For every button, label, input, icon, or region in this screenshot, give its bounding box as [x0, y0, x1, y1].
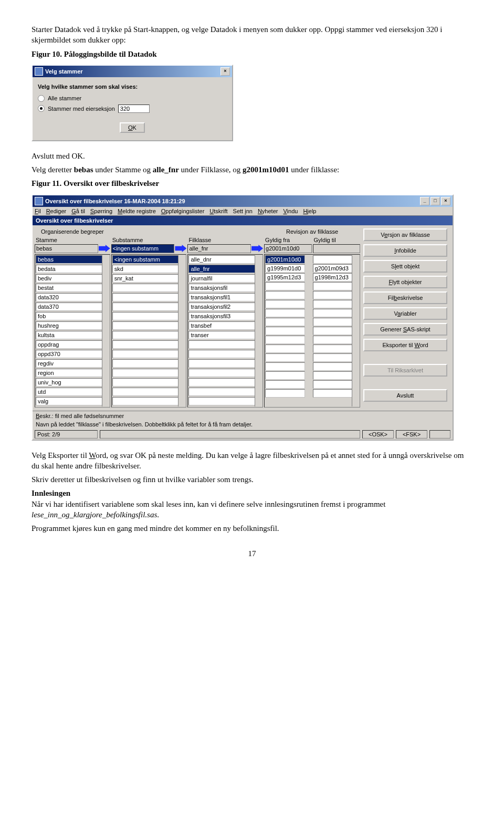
- button-avslutt[interactable]: Avslutt: [363, 389, 447, 402]
- radio-eierseksjon[interactable]: [38, 105, 45, 112]
- menu-item[interactable]: Sett inn: [233, 208, 253, 214]
- list-item[interactable]: [265, 362, 304, 371]
- list-item[interactable]: [112, 331, 179, 339]
- list-item[interactable]: [188, 388, 255, 396]
- list-item[interactable]: [112, 388, 179, 396]
- list-item[interactable]: [265, 318, 304, 326]
- list-item[interactable]: [265, 389, 304, 398]
- button-sas[interactable]: Generer SAS-skript: [363, 323, 447, 336]
- list-item[interactable]: oppd370: [36, 350, 102, 358]
- menu-item[interactable]: Rediger: [46, 208, 67, 214]
- list-item[interactable]: alle_fnr: [188, 265, 255, 273]
- stamme-listbox[interactable]: bebasbedatabedivbestatdata320data370fobh…: [35, 254, 110, 408]
- list-item[interactable]: [188, 359, 255, 368]
- list-item[interactable]: [313, 345, 352, 353]
- radio-alle-stammer[interactable]: [38, 95, 45, 102]
- list-item[interactable]: [265, 336, 304, 344]
- list-item[interactable]: [188, 397, 255, 405]
- menu-item[interactable]: Utskrift: [209, 208, 227, 214]
- list-item[interactable]: [265, 327, 304, 335]
- list-item[interactable]: [313, 282, 352, 290]
- list-item[interactable]: g1999m01d0: [265, 264, 304, 273]
- list-item[interactable]: bebas: [36, 255, 102, 264]
- list-item[interactable]: [188, 369, 255, 377]
- menu-item[interactable]: Nyheter: [258, 208, 278, 214]
- list-item[interactable]: [313, 327, 352, 335]
- button-slett[interactable]: Slett objekt: [363, 260, 447, 273]
- list-item[interactable]: transaksjonsfil3: [188, 312, 255, 320]
- list-item[interactable]: [313, 371, 352, 380]
- list-item[interactable]: g2001m10d0: [265, 255, 304, 264]
- substamme-selected[interactable]: <ingen substamm: [111, 244, 175, 253]
- list-item[interactable]: bestat: [36, 284, 102, 292]
- list-item[interactable]: [265, 353, 304, 362]
- list-item[interactable]: journalfil: [188, 274, 255, 283]
- list-item[interactable]: skd: [112, 265, 179, 273]
- list-item[interactable]: [112, 293, 179, 301]
- list-item[interactable]: fob: [36, 312, 102, 320]
- revisjon-listbox[interactable]: g2001m10d0g1999m01d0g1995m12d3g2001m09d3…: [264, 254, 360, 408]
- list-item[interactable]: [112, 302, 179, 311]
- list-item[interactable]: bedata: [36, 265, 102, 273]
- gyldigfra-selected[interactable]: g2001m10d0: [264, 244, 311, 253]
- list-item[interactable]: [313, 353, 352, 362]
- list-item[interactable]: [313, 300, 352, 308]
- close-icon[interactable]: ×: [220, 67, 230, 76]
- list-item[interactable]: [112, 284, 179, 292]
- menu-item[interactable]: Vindu: [283, 208, 298, 214]
- list-item[interactable]: transaksjonsfil: [188, 284, 255, 292]
- list-item[interactable]: region: [36, 369, 102, 377]
- scrollbar[interactable]: [178, 255, 185, 406]
- list-item[interactable]: [188, 350, 255, 358]
- button-variabler[interactable]: Variabler: [363, 307, 447, 320]
- list-item[interactable]: transer: [188, 331, 255, 339]
- button-filbeskrivelse[interactable]: Filbeskrivelse: [363, 291, 447, 304]
- list-item[interactable]: regdiv: [36, 359, 102, 368]
- list-item[interactable]: [313, 255, 352, 264]
- menu-item[interactable]: Gå til: [71, 208, 85, 214]
- list-item[interactable]: [188, 340, 255, 349]
- list-item[interactable]: bediv: [36, 274, 102, 283]
- list-item[interactable]: [112, 312, 179, 320]
- list-item[interactable]: <ingen substamm: [112, 255, 179, 264]
- list-item[interactable]: [112, 350, 179, 358]
- list-item[interactable]: [112, 321, 179, 330]
- list-item[interactable]: [313, 309, 352, 317]
- eierseksjon-input[interactable]: [118, 105, 150, 113]
- button-flytt[interactable]: Flytt objekter: [363, 276, 447, 288]
- list-item[interactable]: hushreg: [36, 321, 102, 330]
- list-item[interactable]: [112, 359, 179, 368]
- filklasse-listbox[interactable]: alle_dnralle_fnrjournalfiltransaksjonsfi…: [187, 254, 263, 408]
- menu-item[interactable]: Oppfølgingslister: [161, 208, 205, 214]
- ok-button[interactable]: OK: [120, 122, 145, 133]
- list-item[interactable]: [313, 362, 352, 371]
- list-item[interactable]: [265, 345, 304, 353]
- list-item[interactable]: g1998m12d3: [313, 273, 352, 281]
- list-item[interactable]: [112, 397, 179, 405]
- list-item[interactable]: kultsta: [36, 331, 102, 339]
- menu-item[interactable]: Hjelp: [303, 208, 316, 214]
- list-item[interactable]: transbef: [188, 321, 255, 330]
- list-item[interactable]: data320: [36, 293, 102, 301]
- list-item[interactable]: [265, 300, 304, 308]
- scrollbar[interactable]: [102, 255, 109, 406]
- substamme-listbox[interactable]: <ingen substammskdsnr_kat: [111, 254, 187, 408]
- list-item[interactable]: [265, 291, 304, 299]
- list-item[interactable]: alle_dnr: [188, 255, 255, 264]
- list-item[interactable]: g1995m12d3: [265, 273, 304, 281]
- scrollbar[interactable]: [255, 255, 262, 406]
- list-item[interactable]: [313, 291, 352, 299]
- list-item[interactable]: [112, 378, 179, 387]
- menu-item[interactable]: Meldte registre: [118, 208, 156, 214]
- list-item[interactable]: [265, 282, 304, 290]
- button-eksporter-word[interactable]: Eksporter til Word: [363, 339, 447, 351]
- list-item[interactable]: transaksjonsfil1: [188, 293, 255, 301]
- stamme-selected[interactable]: bebas: [35, 244, 98, 253]
- gyldigtil-selected[interactable]: [313, 244, 360, 253]
- filklasse-selected[interactable]: alle_fnr: [187, 244, 251, 253]
- list-item[interactable]: [313, 318, 352, 326]
- titlebar[interactable]: Oversikt over filbeskrivelser 16-MAR-200…: [33, 195, 453, 207]
- close-icon[interactable]: ×: [441, 197, 450, 205]
- titlebar[interactable]: Velg stammer ×: [33, 66, 232, 77]
- button-versjon[interactable]: Versjon av filklasse: [363, 228, 447, 241]
